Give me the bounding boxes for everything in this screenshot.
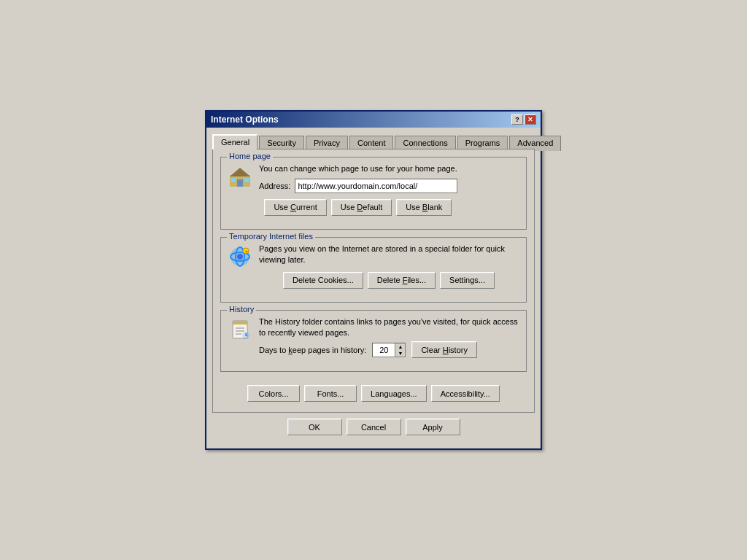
history-section: History — [220, 310, 527, 373]
history-days-row: Days to keep pages in history: ▲ ▼ Clear… — [259, 341, 519, 358]
temp-files-row: ★ Pages you view on the Internet are sto… — [228, 244, 519, 289]
temp-files-buttons: Delete Cookies... Delete Files... Settin… — [259, 272, 519, 289]
homepage-section-text: You can change which page to use for you… — [259, 163, 457, 216]
footer-buttons: OK Cancel Apply — [212, 413, 535, 443]
address-row: Address: — [259, 179, 457, 193]
svg-rect-5 — [239, 169, 241, 174]
use-default-button[interactable]: Use Default — [331, 199, 392, 216]
homepage-section-label: Home page — [227, 152, 273, 160]
home-icon — [228, 165, 252, 188]
svg-rect-13 — [233, 321, 247, 324]
temp-files-label: Temporary Internet files — [227, 232, 315, 241]
dialog-title: Internet Options — [211, 114, 279, 125]
homepage-buttons: Use Current Use Default Use Blank — [259, 199, 457, 216]
tab-content-panel: Home page You can c — [212, 149, 535, 413]
spinner-down-button[interactable]: ▼ — [395, 350, 405, 357]
cancel-button[interactable]: Cancel — [347, 419, 401, 435]
ok-button[interactable]: OK — [287, 419, 342, 435]
temp-files-description: Pages you view on the Internet are store… — [259, 244, 519, 266]
svg-point-9 — [237, 254, 243, 260]
days-label: Days to keep pages in history: — [259, 346, 366, 354]
languages-button[interactable]: Languages... — [361, 385, 427, 402]
address-input[interactable] — [295, 179, 457, 193]
delete-cookies-button[interactable]: Delete Cookies... — [283, 272, 363, 289]
close-button[interactable]: ✕ — [525, 114, 536, 125]
use-blank-button[interactable]: Use Blank — [396, 199, 452, 216]
temp-files-section: Temporary Internet files ★ — [220, 237, 527, 303]
history-row: The History folder contains links to pag… — [228, 316, 519, 359]
help-button[interactable]: ? — [511, 114, 523, 125]
accessibility-button[interactable]: Accessibility... — [431, 385, 500, 402]
clear-history-button[interactable]: Clear History — [411, 341, 477, 358]
ie-icon: ★ — [228, 245, 252, 268]
tab-general[interactable]: General — [212, 134, 258, 149]
tabs-bar: General Security Privacy Content Connect… — [212, 133, 535, 149]
internet-options-dialog: Internet Options ? ✕ General Security Pr… — [205, 110, 542, 451]
address-label: Address: — [259, 182, 290, 190]
homepage-description: You can change which page to use for you… — [259, 163, 457, 174]
homepage-section: Home page You can c — [220, 157, 527, 230]
fonts-button[interactable]: Fonts... — [304, 385, 357, 402]
dialog-content: General Security Privacy Content Connect… — [206, 128, 541, 449]
days-spinner[interactable]: ▲ ▼ — [372, 343, 406, 357]
homepage-section-row: You can change which page to use for you… — [228, 163, 519, 216]
colors-button[interactable]: Colors... — [247, 385, 300, 402]
temp-files-text: Pages you view on the Internet are store… — [259, 244, 519, 289]
days-input[interactable] — [373, 343, 395, 357]
svg-rect-4 — [244, 178, 249, 182]
history-description: The History folder contains links to pag… — [259, 316, 519, 339]
apply-button[interactable]: Apply — [406, 419, 460, 435]
title-bar: Internet Options ? ✕ — [206, 112, 541, 128]
spinner-up-button[interactable]: ▲ — [395, 343, 405, 350]
bottom-buttons-row: Colors... Fonts... Languages... Accessib… — [220, 379, 527, 405]
spinner-arrows: ▲ ▼ — [395, 343, 405, 357]
use-current-button[interactable]: Use Current — [264, 199, 326, 216]
delete-files-button[interactable]: Delete Files... — [368, 272, 436, 289]
title-bar-controls: ? ✕ — [511, 114, 536, 125]
history-section-label: History — [227, 305, 256, 314]
svg-rect-3 — [231, 178, 236, 182]
history-text: The History folder contains links to pag… — [259, 316, 519, 359]
settings-button[interactable]: Settings... — [440, 272, 495, 289]
history-icon — [228, 318, 252, 341]
svg-rect-2 — [237, 179, 243, 187]
